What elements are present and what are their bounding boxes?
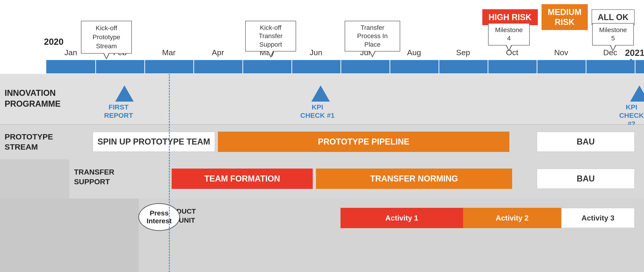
month-apr: Apr [212,48,224,57]
task-team-formation: TEAM FORMATION [172,168,313,189]
month-jan: Jan [64,48,77,57]
task-activity3: Activity 3 [561,208,635,228]
month-mar: Mar [162,48,176,57]
callout-kickoff-prototype: Kick-off PrototypeStream [81,21,132,54]
month-sep: Sep [456,48,470,57]
callout-transfer-process: Transfer Process InPlace [345,21,400,51]
label-kpi2: KPICHECK #2 [619,103,644,128]
callout-milestone4: Milestone 4 [488,23,530,45]
legend-all-ok: ALL OK [592,9,635,25]
month-jun: Jun [310,48,322,57]
callout-kickoff-transfer: Kick-off TransferSupport [245,21,296,51]
dashed-current-line [169,74,170,272]
triangle-first-report [115,85,134,102]
task-prototype-pipeline: PROTOTYPE PIPELINE [218,132,509,152]
transfer-support-row: TRANSFERSUPPORT TEAM FORMATION TRANSFER … [0,159,644,199]
label-first-report: FIRSTREPORT [104,103,133,120]
callout-milestone5: Milestone 5 [592,23,634,45]
month-nov: Nov [554,48,568,57]
task-activity1: Activity 1 [340,208,463,228]
timeline-bar [46,60,644,73]
task-activity2: Activity 2 [463,208,561,228]
task-transfer-bau: BAU [537,168,635,189]
programme-title: INNOVATIONPROGRAMME [5,88,60,110]
task-prototype-bau: BAU [537,132,635,152]
prototype-stream-label: PROTOTYPESTREAM [5,132,53,152]
programme-section: INNOVATIONPROGRAMME FIRSTREPORT KPICHECK… [0,74,644,125]
timeline-area: 2020 Jan Feb Mar Apr May Jun Jul Aug Sep… [0,23,644,69]
triangle-kpi1 [311,85,330,102]
transfer-support-label: TRANSFERSUPPORT [74,167,114,187]
task-transfer-norming: TRANSFER NORMING [316,168,512,189]
legend-high-risk: HIGH RISK [482,9,538,25]
prototype-stream-row: PROTOTYPESTREAM SPIN UP PROTOTYPE TEAM P… [0,125,644,159]
label-kpi1: KPICHECK #1 [300,103,334,120]
year-end-label: 2021 [625,48,644,58]
month-aug: Aug [407,48,421,57]
main-area: INNOVATIONPROGRAMME FIRSTREPORT KPICHECK… [0,74,644,272]
task-spin-up: SPIN UP PROTOTYPE TEAM [92,132,215,152]
newproduct-row: NEW PRODUCTTRAINING UNIT Activity 1 Acti… [0,199,644,272]
triangle-kpi2 [630,85,644,102]
year-start-label: 2020 [44,37,64,47]
press-interest: PressInterest [138,203,180,231]
